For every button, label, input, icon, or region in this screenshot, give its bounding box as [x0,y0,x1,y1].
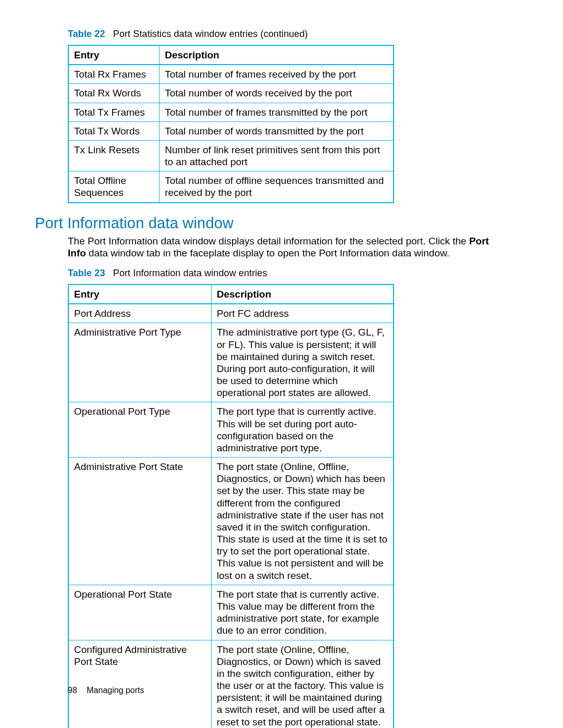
cell-entry: Operational Port Type [68,402,211,458]
section-para-pre: The Port Information data window display… [68,236,469,246]
page-footer: 98 Managing ports [68,686,144,695]
table-row: Port Address Port FC address [68,304,394,323]
table23-caption: Table 23 Port Information data window en… [68,268,498,279]
table22-caption-text: Port Statistics data window entries (con… [113,29,308,39]
table22-caption: Table 22 Port Statistics data window ent… [68,29,498,40]
cell-entry: Configured Administrative Port State [68,640,211,728]
table23-label: Table 23 [68,268,105,278]
table23-th-entry: Entry [68,285,211,304]
cell-entry: Administrative Port Type [68,323,211,402]
cell-entry: Total Rx Words [68,84,160,103]
cell-description: Port FC address [211,304,394,323]
section-para-post: data window tab in the faceplate display… [86,248,449,258]
table23-caption-text: Port Information data window entries [113,268,267,278]
table22-th-description: Description [160,45,394,65]
table22: Entry Description Total Rx Frames Total … [68,45,394,203]
table-row: Total Tx Words Total number of words tra… [68,121,394,140]
table23: Entry Description Port Address Port FC a… [68,284,394,728]
table-row: Total Tx Frames Total number of frames t… [68,103,394,121]
table23-header-row: Entry Description [68,285,394,304]
table22-label: Table 22 [68,29,105,39]
cell-description: Total number of words received by the po… [160,84,394,103]
cell-entry: Administrative Port State [68,458,211,585]
section-heading-port-information: Port Information data window [35,215,498,232]
section-paragraph: The Port Information data window display… [68,235,498,260]
cell-description: Total number of frames received by the p… [160,65,394,84]
cell-entry: Tx Link Resets [68,140,160,171]
table-row: Total Offline Sequences Total number of … [68,171,394,203]
table-row: Configured Administrative Port State The… [68,640,394,728]
cell-entry: Total Rx Frames [68,65,160,84]
page-number: 98 [68,686,77,695]
table22-th-entry: Entry [68,45,160,65]
cell-description: The administrative port type (G, GL, F, … [211,323,394,402]
cell-description: The port state (Online, Offline, Diagnos… [211,458,394,585]
cell-description: Total number of offline sequences transm… [160,171,394,203]
cell-description: Total number of words transmitted by the… [160,121,394,140]
cell-description: The port type that is currently active. … [211,402,394,458]
table-row: Operational Port State The port state th… [68,585,394,640]
cell-entry: Total Tx Words [68,121,160,140]
table-row: Total Rx Words Total number of words rec… [68,84,394,103]
cell-description: Total number of frames transmitted by th… [160,103,394,121]
table22-header-row: Entry Description [68,45,394,65]
cell-entry: Total Offline Sequences [68,171,160,203]
table23-th-description: Description [211,285,394,304]
cell-description: Number of link reset primitives sent fro… [160,140,394,171]
table-row: Total Rx Frames Total number of frames r… [68,65,394,84]
cell-entry: Operational Port State [68,585,211,640]
table-row: Operational Port Type The port type that… [68,402,394,458]
footer-section: Managing ports [87,686,144,695]
page: Table 22 Port Statistics data window ent… [0,0,563,728]
cell-entry: Port Address [68,304,211,323]
cell-description: The port state that is currently active.… [211,585,394,640]
table-row: Tx Link Resets Number of link reset prim… [68,140,394,171]
cell-entry: Total Tx Frames [68,103,160,121]
cell-description: The port state (Online, Offline, Diagnos… [211,640,394,728]
table-row: Administrative Port State The port state… [68,458,394,585]
table-row: Administrative Port Type The administrat… [68,323,394,402]
